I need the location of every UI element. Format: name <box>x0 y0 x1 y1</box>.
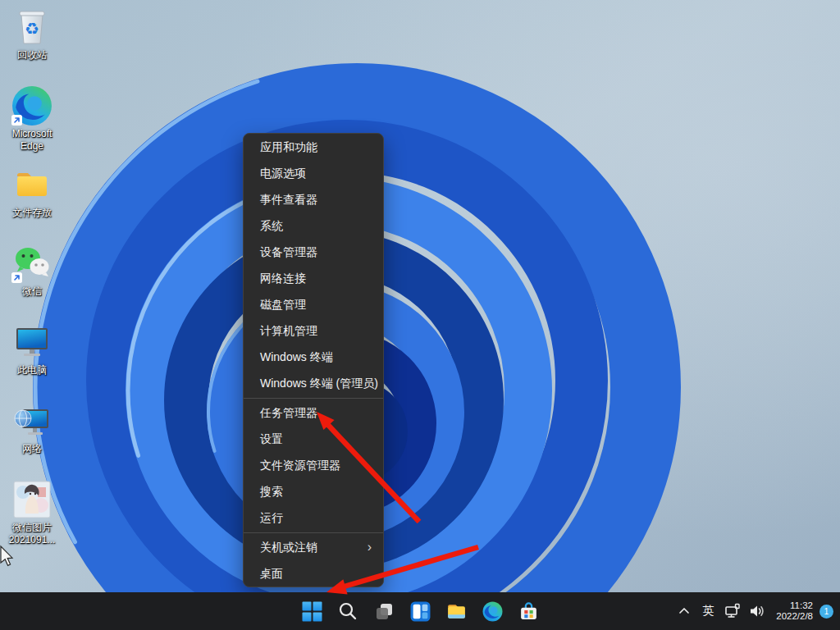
menu-item-power-options[interactable]: 电源选项 <box>244 160 383 186</box>
file-explorer-icon <box>446 601 467 622</box>
widgets-button[interactable] <box>404 595 436 628</box>
menu-item-disk-management[interactable]: 磁盘管理 <box>244 291 383 317</box>
taskbar-center-group <box>294 592 546 630</box>
shortcut-arrow-icon <box>11 272 22 283</box>
svg-text:♻: ♻ <box>25 19 39 39</box>
menu-item-desktop[interactable]: 桌面 <box>244 560 383 587</box>
menu-item-windows-terminal-admin[interactable]: Windows 终端 (管理员) <box>244 370 383 396</box>
system-tray: 英 11:32 2022/2/8 1 <box>673 592 835 630</box>
desktop-icon-folder[interactable]: 文件存放 <box>0 164 64 243</box>
menu-item-shutdown-signout[interactable]: 关机或注销 › <box>244 534 383 560</box>
desktop-icon-edge[interactable]: Microsoft Edge <box>0 85 64 164</box>
desktop-icon-wechat-image[interactable]: 微信图片 2021091... <box>0 479 64 558</box>
widgets-icon <box>410 601 431 622</box>
taskbar: 英 11:32 2022/2/8 1 <box>0 592 840 630</box>
edge-taskbar-button[interactable] <box>476 595 509 628</box>
menu-item-search[interactable]: 搜索 <box>244 478 383 504</box>
network-tray-button[interactable] <box>720 595 745 628</box>
menu-item-computer-management[interactable]: 计算机管理 <box>244 317 383 344</box>
menu-separator <box>244 398 383 399</box>
recycle-bin-icon: ♻ <box>11 7 53 48</box>
speaker-icon <box>747 601 767 621</box>
desktop-icon-network[interactable]: 网络 <box>0 400 64 479</box>
monitor-icon <box>11 322 53 363</box>
notification-badge[interactable]: 1 <box>819 605 833 619</box>
network-globe-icon <box>11 400 53 441</box>
desktop-icon-recycle-bin[interactable]: ♻ 回收站 <box>0 7 64 85</box>
store-icon <box>518 601 539 622</box>
clock-time: 11:32 <box>776 600 813 612</box>
wechat-icon <box>11 243 53 284</box>
task-view-icon <box>374 601 395 622</box>
search-icon <box>338 601 358 621</box>
file-explorer-button[interactable] <box>440 595 472 628</box>
desktop-icon-label: Microsoft Edge <box>1 128 63 153</box>
desktop-icon-column: ♻ 回收站 Microsoft Edge <box>0 7 64 558</box>
image-thumbnail-icon <box>11 479 53 520</box>
menu-item-file-explorer[interactable]: 文件资源管理器 <box>244 452 383 478</box>
shortcut-arrow-icon <box>11 115 22 126</box>
submenu-chevron-icon: › <box>368 534 372 560</box>
taskbar-search-button[interactable] <box>331 595 364 628</box>
desktop-icon-label: 网络 <box>22 443 42 455</box>
edge-icon <box>11 85 53 126</box>
desktop-icon-label: 回收站 <box>17 49 47 62</box>
menu-item-apps-features[interactable]: 应用和功能 <box>244 134 383 160</box>
tray-overflow-button[interactable] <box>673 595 696 628</box>
menu-item-settings[interactable]: 设置 <box>244 426 383 452</box>
start-button[interactable] <box>295 595 328 628</box>
folder-icon <box>11 164 53 205</box>
menu-item-task-manager[interactable]: 任务管理器 <box>244 399 383 426</box>
task-view-button[interactable] <box>368 595 400 628</box>
ime-indicator[interactable]: 英 <box>696 595 720 628</box>
volume-tray-button[interactable] <box>745 595 769 628</box>
edge-icon <box>482 601 503 622</box>
desktop-icon-label: 微信图片 2021091... <box>1 522 63 546</box>
desktop-icon-wechat[interactable]: 微信 <box>0 243 64 322</box>
wallpaper <box>0 0 840 630</box>
windows-logo-icon <box>302 601 322 622</box>
menu-item-event-viewer[interactable]: 事件查看器 <box>244 186 383 212</box>
clock[interactable]: 11:32 2022/2/8 <box>776 600 813 623</box>
desktop-icon-label: 此电脑 <box>17 364 47 377</box>
desktop-icon-label: 文件存放 <box>12 207 52 219</box>
menu-item-windows-terminal[interactable]: Windows 终端 <box>244 344 383 370</box>
winx-context-menu: 应用和功能 电源选项 事件查看器 系统 设备管理器 网络连接 磁盘管理 计算机管… <box>243 133 384 587</box>
menu-separator <box>244 532 383 533</box>
desktop-icon-label: 微信 <box>22 285 42 298</box>
menu-item-network-connections[interactable]: 网络连接 <box>244 265 383 291</box>
menu-item-system[interactable]: 系统 <box>244 212 383 239</box>
clock-date: 2022/2/8 <box>776 611 813 623</box>
menu-item-device-manager[interactable]: 设备管理器 <box>244 239 383 265</box>
desktop-icon-this-pc[interactable]: 此电脑 <box>0 322 64 400</box>
menu-item-run[interactable]: 运行 <box>244 504 383 531</box>
microsoft-store-button[interactable] <box>512 595 545 628</box>
ethernet-network-icon <box>723 601 742 621</box>
chevron-up-icon <box>675 602 693 620</box>
